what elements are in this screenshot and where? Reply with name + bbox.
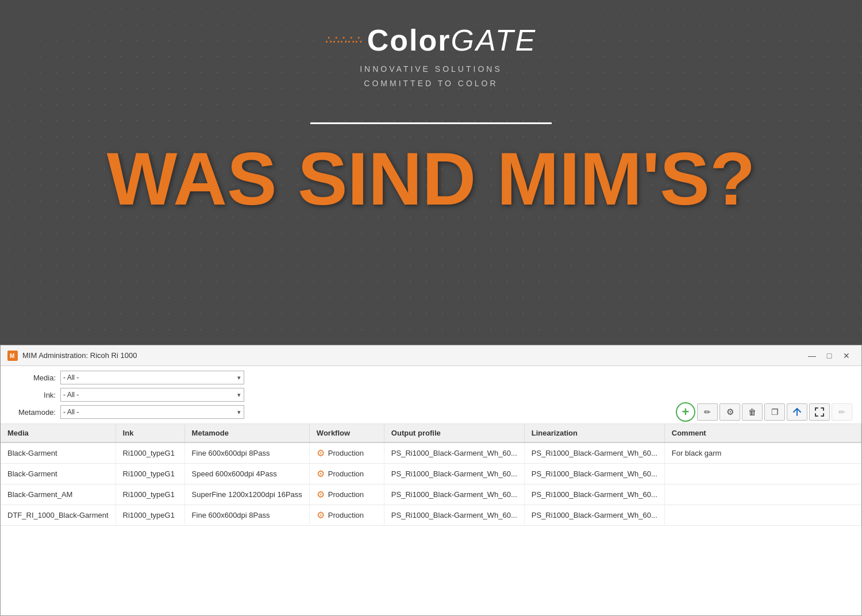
ink-filter-row: Ink: - All - (10, 388, 852, 402)
settings-button[interactable]: ⚙ (719, 403, 740, 421)
header-metamode: Metamode (184, 424, 309, 442)
table-row[interactable]: DTF_RI_1000_Black-Garment Ri1000_typeG1 … (1, 505, 861, 526)
cell-output: PS_Ri1000_Black-Garment_Wh_60... (384, 484, 524, 505)
cell-media: Black-Garment (1, 464, 116, 484)
metamode-select[interactable]: - All - (60, 405, 244, 419)
filter-panel: Media: - All - Ink: - All - Metamode: (1, 366, 861, 424)
logo-dots-icon: ∴∴∴∴∴ (325, 34, 363, 47)
gear-icon: ⚙ (317, 468, 325, 479)
window-wrapper: M MIM Administration: Ricoh Ri 1000 — □ … (0, 345, 862, 616)
logo-color-text: Color (367, 23, 451, 57)
toolbar: + ✏ ⚙ 🗑 ❐ ✏ (676, 402, 852, 422)
window-title: MIM Administration: Ricoh Ri 1000 (22, 351, 804, 360)
header-linearization: Linearization (524, 424, 664, 442)
cell-output: PS_Ri1000_Black-Garment_Wh_60... (384, 464, 524, 484)
table-row[interactable]: Black-Garment Ri1000_typeG1 Speed 600x60… (1, 464, 861, 484)
logo: ∴∴∴∴∴ ColorGATE (325, 23, 537, 57)
metamode-filter-row: Metamode: - All - (10, 405, 244, 419)
cell-workflow: ⚙ Production (309, 505, 384, 526)
edit-button[interactable]: ✏ (697, 403, 718, 421)
app-icon: M (7, 351, 18, 361)
metamode-select-wrapper: - All - (60, 405, 244, 419)
export-button[interactable] (787, 403, 807, 421)
cell-output: PS_Ri1000_Black-Garment_Wh_60... (384, 442, 524, 464)
table-row[interactable]: Black-Garment_AM Ri1000_typeG1 SuperFine… (1, 484, 861, 505)
media-label: Media: (10, 374, 56, 382)
gear-icon: ⚙ (317, 489, 325, 500)
cell-output: PS_Ri1000_Black-Garment_Wh_60... (384, 505, 524, 526)
media-select[interactable]: - All - (60, 371, 244, 384)
gear-icon: ⚙ (317, 510, 325, 521)
cell-media: DTF_RI_1000_Black-Garment (1, 505, 116, 526)
more-button[interactable]: ✏ (832, 403, 852, 421)
header-media: Media (1, 424, 116, 442)
cell-media: Black-Garment (1, 442, 116, 464)
media-select-wrapper: - All - (60, 371, 244, 384)
cell-metamode: SuperFine 1200x1200dpi 16Pass (184, 484, 309, 505)
minimize-button[interactable]: — (804, 349, 820, 363)
main-title: WAS SIND MIM'S? (84, 141, 779, 216)
divider (310, 122, 552, 124)
cell-ink: Ri1000_typeG1 (116, 505, 184, 526)
ink-label: Ink: (10, 391, 56, 399)
expand-button[interactable] (809, 403, 830, 421)
delete-button[interactable]: 🗑 (742, 403, 763, 421)
media-filter-row: Media: - All - (10, 371, 852, 384)
mim-table: Media Ink Metamode Workflow Output profi… (1, 424, 861, 526)
header-workflow: Workflow (309, 424, 384, 442)
cell-comment (664, 505, 861, 526)
cell-linearization: PS_Ri1000_Black-Garment_Wh_60... (524, 464, 664, 484)
add-button[interactable]: + (676, 402, 695, 422)
cell-comment: For black garm (664, 442, 861, 464)
cell-metamode: Speed 600x600dpi 4Pass (184, 464, 309, 484)
cell-workflow: ⚙ Production (309, 442, 384, 464)
cell-ink: Ri1000_typeG1 (116, 484, 184, 505)
header-output: Output profile (384, 424, 524, 442)
mim-table-area: Media Ink Metamode Workflow Output profi… (1, 424, 861, 615)
title-bar: M MIM Administration: Ricoh Ri 1000 — □ … (1, 345, 861, 366)
ink-select-wrapper: - All - (60, 388, 244, 402)
gear-icon: ⚙ (317, 448, 325, 459)
cell-linearization: PS_Ri1000_Black-Garment_Wh_60... (524, 484, 664, 505)
cell-metamode: Fine 600x600dpi 8Pass (184, 505, 309, 526)
cell-media: Black-Garment_AM (1, 484, 116, 505)
window-controls: — □ ✕ (804, 349, 855, 363)
cell-metamode: Fine 600x600dpi 8Pass (184, 442, 309, 464)
cell-workflow: ⚙ Production (309, 484, 384, 505)
cell-ink: Ri1000_typeG1 (116, 442, 184, 464)
branding-section: ∴∴∴∴∴ ColorGATE INNOVATIVE SOLUTIONS COM… (0, 0, 862, 345)
header-ink: Ink (116, 424, 184, 442)
copy-button[interactable]: ❐ (764, 403, 785, 421)
logo-area: ∴∴∴∴∴ ColorGATE INNOVATIVE SOLUTIONS COM… (325, 23, 537, 91)
tagline: INNOVATIVE SOLUTIONS COMMITTED TO COLOR (360, 62, 502, 91)
cell-workflow: ⚙ Production (309, 464, 384, 484)
svg-text:M: M (10, 353, 14, 359)
metamode-label: Metamode: (10, 408, 56, 417)
mim-admin-window: M MIM Administration: Ricoh Ri 1000 — □ … (0, 345, 862, 616)
maximize-button[interactable]: □ (821, 349, 837, 363)
cell-ink: Ri1000_typeG1 (116, 464, 184, 484)
header-comment: Comment (664, 424, 861, 442)
logo-gate-text: GATE (451, 23, 537, 57)
cell-linearization: PS_Ri1000_Black-Garment_Wh_60... (524, 505, 664, 526)
close-button[interactable]: ✕ (838, 349, 855, 363)
cell-comment (664, 484, 861, 505)
cell-comment (664, 464, 861, 484)
table-header-row: Media Ink Metamode Workflow Output profi… (1, 424, 861, 442)
table-row[interactable]: Black-Garment Ri1000_typeG1 Fine 600x600… (1, 442, 861, 464)
cell-linearization: PS_Ri1000_Black-Garment_Wh_60... (524, 442, 664, 464)
ink-select[interactable]: - All - (60, 388, 244, 402)
